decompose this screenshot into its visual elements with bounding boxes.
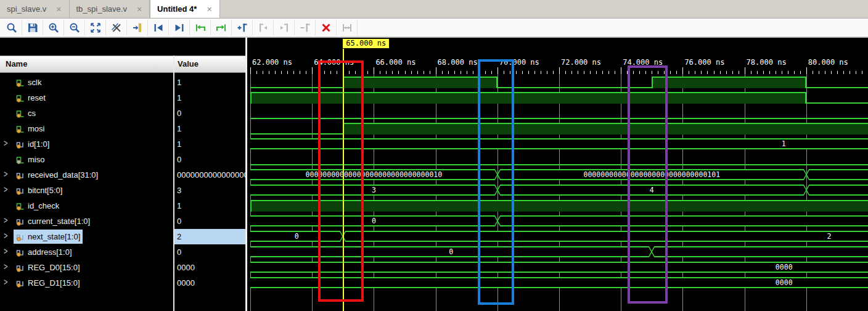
tab-close-icon[interactable]: × (56, 5, 61, 14)
next-marker-button (274, 20, 295, 36)
signal-row[interactable]: >REG_D0[15:0]0000 (0, 260, 245, 275)
minor-tick (676, 71, 677, 74)
tab-close-icon[interactable]: × (207, 5, 211, 14)
minor-tick (405, 71, 406, 74)
signal-value: 0 (174, 106, 245, 121)
tab-tb-spi-slave-v[interactable]: tb_spi_slave.v× (70, 0, 150, 18)
zoom-fit-button[interactable] (85, 20, 106, 36)
minor-tick (398, 71, 399, 74)
name-column-header[interactable]: Name (6, 59, 27, 68)
bus-signal-icon (16, 279, 25, 288)
signal-row[interactable]: >address[1:0]0 (0, 244, 245, 260)
minor-tick (522, 71, 523, 74)
minor-tick (263, 71, 263, 74)
red-highlight-box (318, 60, 364, 302)
signal-row[interactable]: >received_data[31:0]000000000000000000 (0, 167, 245, 183)
expand-chevron-icon[interactable]: > (4, 138, 7, 148)
signal-high-segment (343, 77, 497, 88)
signal-row[interactable]: >next_state[1:0]2 (0, 229, 245, 244)
signal-name: miso (28, 155, 44, 164)
value-column-header[interactable]: Value (178, 59, 199, 68)
time-tick-label: 76.000 ns (684, 58, 724, 67)
signal-row[interactable]: sclk1 (0, 75, 245, 90)
minor-tick (430, 71, 430, 74)
minor-tick (571, 71, 572, 74)
bus-signal-icon (16, 186, 25, 195)
minor-tick (794, 71, 795, 74)
signal-row[interactable]: mosi1 (0, 121, 245, 136)
expand-chevron-icon[interactable]: > (4, 231, 7, 241)
minor-tick (367, 71, 368, 74)
delete-button[interactable] (316, 20, 337, 36)
signal-entry: id[1:0] (14, 137, 52, 151)
minor-tick (782, 71, 782, 74)
fit-width-button (337, 20, 358, 36)
major-tick (312, 67, 313, 74)
minor-tick (269, 71, 269, 74)
prev-edge-button[interactable] (148, 20, 169, 36)
signal-entry: REG_D1[15:0] (14, 276, 83, 290)
time-tick-label: 66.000 ns (375, 58, 416, 67)
swap-next-button[interactable] (211, 20, 232, 36)
zoom-in-button[interactable] (43, 20, 64, 36)
signal-entry: received_data[31:0] (14, 168, 100, 182)
signal-row[interactable]: reset1 (0, 90, 245, 106)
bus-value-label: 0000 (776, 262, 793, 273)
add-marker-button[interactable] (232, 20, 253, 36)
tab-close-icon[interactable]: × (137, 5, 142, 14)
minor-tick (769, 71, 770, 74)
signal-value: 000000000000000000 (174, 167, 245, 183)
major-tick (250, 67, 251, 74)
time-tick-label: 68.000 ns (438, 58, 478, 67)
swap-previous-button[interactable] (190, 20, 211, 36)
zoom-out-button[interactable] (64, 20, 85, 36)
bus-segment (501, 215, 868, 226)
expand-chevron-icon[interactable]: > (4, 215, 7, 225)
search-button[interactable] (1, 20, 22, 36)
minor-tick (448, 71, 449, 74)
goto-time-button[interactable] (127, 20, 148, 36)
save-icon (27, 22, 39, 34)
signal-row[interactable]: id_check1 (0, 198, 245, 214)
minor-tick (547, 71, 547, 74)
minor-tick (800, 71, 801, 74)
minor-tick (862, 71, 862, 74)
minor-tick (850, 71, 850, 74)
waveform-panel[interactable]: 62.000 ns64.000 ns66.000 ns68.000 ns70.0… (247, 37, 868, 311)
major-tick (806, 67, 807, 74)
expand-chevron-icon[interactable]: > (4, 246, 7, 256)
name-value-column-divider[interactable] (173, 56, 174, 311)
delete-icon (320, 22, 332, 34)
bus-segment (809, 169, 868, 180)
minor-tick (788, 71, 788, 74)
signal-entry: cs (14, 106, 38, 120)
tab-spi-slave-v[interactable]: spi_slave.v× (0, 0, 70, 18)
expand-chevron-icon[interactable]: > (4, 277, 7, 287)
tab-untitled-4-[interactable]: Untitled 4*× (150, 0, 219, 18)
bus-value-label: 3 (372, 185, 376, 196)
expand-chevron-icon[interactable]: > (4, 169, 7, 179)
zoom-in-icon (47, 22, 60, 34)
signal-value: 1 (174, 136, 245, 152)
expand-chevron-icon[interactable]: > (4, 262, 7, 272)
signal-row[interactable]: >id[1:0]1 (0, 136, 245, 152)
signal-row[interactable]: miso0 (0, 152, 245, 167)
minor-tick (695, 71, 695, 74)
save-button[interactable] (22, 20, 43, 36)
expand-chevron-icon[interactable]: > (4, 185, 7, 194)
cursor-time-label[interactable]: 65.000 ns (343, 39, 389, 48)
bus-signal-icon (16, 233, 25, 241)
signal-row[interactable]: >current_state[1:0]0 (0, 214, 245, 229)
time-tick-label: 62.000 ns (252, 58, 292, 67)
minor-tick (306, 71, 306, 74)
signal-row[interactable]: >REG_D1[15:0]0000 (0, 275, 245, 291)
minor-tick (689, 71, 689, 74)
signal-name: REG_D1[15:0] (28, 278, 80, 288)
add-marker-icon (236, 22, 248, 34)
signal-row[interactable]: >bitcnt[5:0]3 (0, 183, 245, 198)
next-edge-button[interactable] (169, 20, 190, 36)
bus-value-label: 2 (827, 231, 831, 242)
signal-row[interactable]: cs0 (0, 106, 245, 121)
crosshair-off-button[interactable] (106, 20, 127, 36)
tab-label: Untitled 4* (157, 4, 197, 14)
